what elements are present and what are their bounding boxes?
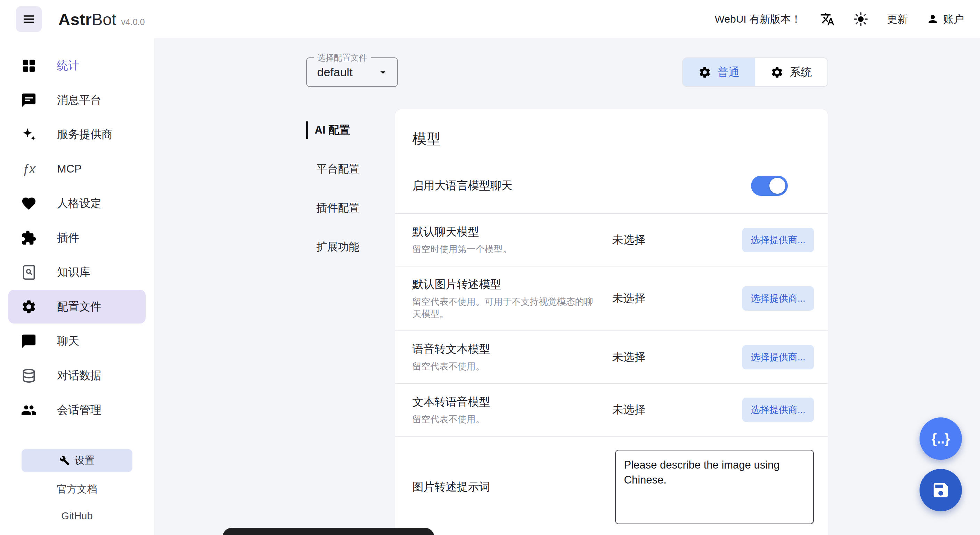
database-icon <box>21 368 37 384</box>
tab-normal[interactable]: 普通 <box>683 58 755 86</box>
sidebar-item-label: 聊天 <box>57 334 79 349</box>
sidebar-item-plugins[interactable]: 插件 <box>8 221 146 255</box>
default-chat-model-row: 默认聊天模型 留空时使用第一个模型。 未选择 选择提供商... <box>395 214 828 266</box>
tab-label: 普通 <box>718 65 740 80</box>
sidebar-item-label: MCP <box>57 163 82 175</box>
sidebar-item-chat[interactable]: 聊天 <box>8 324 146 358</box>
gear-icon <box>698 66 711 79</box>
sparkles-icon <box>21 127 37 143</box>
app-brand[interactable]: AstrBot v4.0.0 <box>58 10 145 29</box>
select-provider-button[interactable]: 选择提供商... <box>742 345 814 369</box>
config-label-group: 默认聊天模型 留空时使用第一个模型。 <box>412 224 612 256</box>
chat-icon <box>21 333 37 349</box>
config-label-group: 语音转文本模型 留空代表不使用。 <box>412 342 612 372</box>
subnav-item-extended-features[interactable]: 扩展功能 <box>306 238 384 256</box>
image-caption-model-row: 默认图片转述模型 留空代表不使用。可用于不支持视觉模态的聊天模型。 未选择 选择… <box>395 267 828 331</box>
profile-select-label: 选择配置文件 <box>314 52 371 63</box>
main-content: 选择配置文件 default 普通 系统 AI 配置 平台配置 插件配置 <box>154 38 980 535</box>
sidebar-item-providers[interactable]: 服务提供商 <box>8 118 146 151</box>
image-caption-prompt-textarea[interactable]: Please describe the image using Chinese. <box>615 450 814 524</box>
knowledge-icon <box>21 264 37 280</box>
sidebar-item-mcp[interactable]: ƒx MCP <box>8 152 146 186</box>
llm-toggle-row: 启用大语言模型聊天 <box>395 149 828 213</box>
config-panel-column: 模型 启用大语言模型聊天 默认聊天模型 留空时使用第一个模型。 未选择 <box>395 109 828 535</box>
puzzle-icon <box>21 230 37 246</box>
config-desc: 留空代表不使用。可用于不支持视觉模态的聊天模型。 <box>412 295 597 320</box>
sidebar-item-knowledge-base[interactable]: 知识库 <box>8 256 146 289</box>
brand-bold-text: Astr <box>58 10 92 29</box>
edit-config-json-fab[interactable]: {..} <box>920 417 962 460</box>
settings-label: 设置 <box>75 454 95 468</box>
save-config-fab[interactable] <box>920 469 962 511</box>
people-icon <box>21 402 37 418</box>
menu-toggle-button[interactable] <box>16 6 42 32</box>
webui-new-version-notice: WebUI 有新版本！ <box>715 12 801 26</box>
sidebar-item-conversation-data[interactable]: 对话数据 <box>8 359 146 392</box>
brightness-theme-icon[interactable] <box>853 12 868 26</box>
profile-select[interactable]: 选择配置文件 default <box>306 57 398 87</box>
speech-to-text-model-row: 语音转文本模型 留空代表不使用。 未选择 选择提供商... <box>395 331 828 383</box>
chevron-down-icon <box>377 66 389 78</box>
gear-icon <box>21 299 37 315</box>
person-icon <box>926 13 939 26</box>
account-button[interactable]: 账户 <box>926 12 964 26</box>
dashboard-icon <box>21 58 37 74</box>
sidebar-item-session-management[interactable]: 会话管理 <box>8 393 146 427</box>
config-subnav: AI 配置 平台配置 插件配置 扩展功能 <box>306 109 384 277</box>
config-value: 未选择 <box>612 350 739 365</box>
sidebar-item-label: 插件 <box>57 230 79 246</box>
select-provider-button[interactable]: 选择提供商... <box>742 228 814 252</box>
config-value: 未选择 <box>612 232 739 248</box>
sidebar-settings-button[interactable]: 设置 <box>22 449 132 472</box>
config-value: 未选择 <box>612 402 739 417</box>
account-label: 账户 <box>943 12 964 26</box>
sidebar-docs-link[interactable]: 官方文档 <box>0 476 154 503</box>
hamburger-icon <box>22 12 36 26</box>
sidebar-footer: 设置 官方文档 GitHub <box>0 449 154 529</box>
sidebar: 统计 消息平台 服务提供商 ƒx MCP 人格设定 插件 知识库 配置文件 聊天… <box>0 38 154 535</box>
config-label: 文本转语音模型 <box>412 394 612 410</box>
function-icon: ƒx <box>21 162 37 176</box>
translate-icon[interactable] <box>820 12 835 26</box>
sidebar-item-persona[interactable]: 人格设定 <box>8 187 146 220</box>
sidebar-item-message-platforms[interactable]: 消息平台 <box>8 83 146 117</box>
sidebar-item-label: 统计 <box>57 58 79 73</box>
tab-label: 系统 <box>790 65 812 80</box>
sidebar-item-label: 会话管理 <box>57 402 102 418</box>
app-version: v4.0.0 <box>121 17 145 27</box>
profile-select-value: default <box>317 65 377 79</box>
select-provider-button[interactable]: 选择提供商... <box>742 286 814 311</box>
sidebar-item-label: 服务提供商 <box>57 127 113 142</box>
image-caption-prompt-row: 图片转述提示词 Please describe the image using … <box>395 436 828 535</box>
section-title: 模型 <box>395 109 828 149</box>
sidebar-item-label: 配置文件 <box>57 299 102 315</box>
sidebar-item-stats[interactable]: 统计 <box>8 49 146 83</box>
llm-enable-toggle[interactable] <box>751 176 788 196</box>
subnav-item-ai-config[interactable]: AI 配置 <box>306 121 384 139</box>
heart-icon <box>21 195 37 211</box>
subnav-item-platform-config[interactable]: 平台配置 <box>306 160 384 178</box>
config-desc: 留空代表不使用。 <box>412 360 597 372</box>
toggle-knob <box>769 178 785 194</box>
select-provider-button[interactable]: 选择提供商... <box>742 398 814 422</box>
app-header: AstrBot v4.0.0 WebUI 有新版本！ 更新 账户 <box>0 0 980 38</box>
update-button[interactable]: 更新 <box>887 12 908 26</box>
subnav-item-plugin-config[interactable]: 插件配置 <box>306 199 384 217</box>
sidebar-github-link[interactable]: GitHub <box>0 503 154 529</box>
text-to-speech-model-row: 文本转语音模型 留空代表不使用。 未选择 选择提供商... <box>395 384 828 436</box>
sidebar-item-label: 对话数据 <box>57 368 102 383</box>
config-desc: 留空时使用第一个模型。 <box>412 243 597 256</box>
config-desc: 留空代表不使用。 <box>412 413 597 425</box>
gear-icon <box>770 66 784 79</box>
config-scope-tabs: 普通 系统 <box>682 57 828 87</box>
sidebar-item-label: 人格设定 <box>57 196 102 211</box>
tab-system[interactable]: 系统 <box>755 58 827 86</box>
config-value: 未选择 <box>612 291 739 306</box>
header-actions: WebUI 有新版本！ 更新 账户 <box>715 12 964 26</box>
content-container: 选择配置文件 default 普通 系统 AI 配置 平台配置 插件配置 <box>306 38 828 535</box>
model-config-card: 模型 启用大语言模型聊天 默认聊天模型 留空时使用第一个模型。 未选择 <box>395 109 828 535</box>
config-label: 语音转文本模型 <box>412 342 612 357</box>
llm-toggle-label: 启用大语言模型聊天 <box>412 178 512 193</box>
brand-light-text: Bot <box>92 10 116 29</box>
sidebar-item-config-profiles[interactable]: 配置文件 <box>8 290 146 324</box>
